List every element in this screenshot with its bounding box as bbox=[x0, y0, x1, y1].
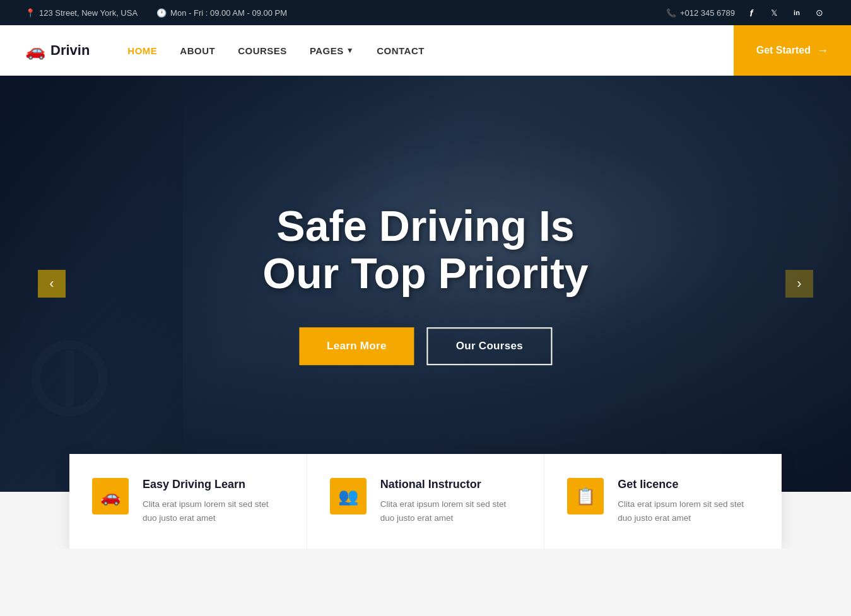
feature-icon-2: 📋 bbox=[567, 478, 604, 514]
instagram-icon[interactable]: ⊙ bbox=[813, 6, 826, 19]
phone-icon: 📞 bbox=[666, 8, 676, 18]
hero-section: ‹ Safe Driving Is Our Top Priority Learn… bbox=[0, 76, 851, 492]
top-bar-right: 📞 +012 345 6789 f 𝕏 in ⊙ bbox=[666, 6, 826, 19]
address-text: 123 Street, New York, USA bbox=[39, 8, 138, 18]
feature-title-1: National Instructor bbox=[380, 478, 522, 491]
get-started-button[interactable]: Get Started → bbox=[734, 25, 851, 76]
logo-text: Drivin bbox=[50, 42, 90, 59]
chevron-left-icon: ‹ bbox=[49, 276, 54, 292]
feature-icon-0: 🚗 bbox=[92, 478, 129, 514]
feature-desc-0: Clita erat ipsum lorem sit sed stet duo … bbox=[143, 497, 284, 525]
feature-title-2: Get licence bbox=[618, 478, 759, 491]
hero-title-line2: Our Top Priority bbox=[262, 249, 588, 297]
nav-pages[interactable]: PAGES ▼ bbox=[310, 45, 354, 56]
learn-more-button[interactable]: Learn More bbox=[299, 327, 414, 365]
feature-text-0: Easy Driving Learn Clita erat ipsum lore… bbox=[143, 478, 284, 525]
features-section: 🚗 Easy Driving Learn Clita erat ipsum lo… bbox=[69, 454, 782, 549]
hero-title: Safe Driving Is Our Top Priority bbox=[85, 202, 766, 297]
location-icon: 📍 bbox=[25, 8, 35, 18]
navbar: 🚗 Drivin HOME ABOUT COURSES PAGES ▼ CONT… bbox=[0, 25, 851, 76]
chevron-down-icon: ▼ bbox=[346, 46, 354, 55]
get-started-label: Get Started bbox=[756, 45, 811, 56]
hero-buttons: Learn More Our Courses bbox=[85, 327, 766, 365]
chevron-right-icon: › bbox=[797, 276, 801, 292]
nav-links: HOME ABOUT COURSES PAGES ▼ CONTACT bbox=[127, 45, 733, 56]
top-bar-left: 📍 123 Street, New York, USA 🕐 Mon - Fri … bbox=[25, 8, 287, 18]
top-bar: 📍 123 Street, New York, USA 🕐 Mon - Fri … bbox=[0, 0, 851, 25]
feature-text-2: Get licence Clita erat ipsum lorem sit s… bbox=[618, 478, 759, 525]
nav-contact[interactable]: CONTACT bbox=[377, 45, 425, 56]
our-courses-button[interactable]: Our Courses bbox=[427, 327, 552, 365]
clock-icon: 🕐 bbox=[156, 8, 167, 18]
logo[interactable]: 🚗 Drivin bbox=[25, 41, 90, 61]
nav-about[interactable]: ABOUT bbox=[180, 45, 215, 56]
hours-text: Mon - Fri : 09.00 AM - 09.00 PM bbox=[170, 8, 287, 18]
twitter-icon[interactable]: 𝕏 bbox=[768, 6, 780, 19]
hours-item: 🕐 Mon - Fri : 09.00 AM - 09.00 PM bbox=[156, 8, 287, 18]
feature-icon-1: 👥 bbox=[330, 478, 367, 514]
feature-card-2: 📋 Get licence Clita erat ipsum lorem sit… bbox=[544, 454, 782, 549]
feature-card-0: 🚗 Easy Driving Learn Clita erat ipsum lo… bbox=[69, 454, 307, 549]
address-item: 📍 123 Street, New York, USA bbox=[25, 8, 138, 18]
facebook-icon[interactable]: f bbox=[745, 6, 758, 19]
arrow-right-icon: → bbox=[817, 44, 828, 57]
feature-card-1: 👥 National Instructor Clita erat ipsum l… bbox=[307, 454, 545, 549]
hero-content: Safe Driving Is Our Top Priority Learn M… bbox=[85, 202, 766, 365]
phone-item: 📞 +012 345 6789 bbox=[666, 8, 735, 18]
feature-title-0: Easy Driving Learn bbox=[143, 478, 284, 491]
feature-text-1: National Instructor Clita erat ipsum lor… bbox=[380, 478, 522, 525]
feature-desc-2: Clita erat ipsum lorem sit sed stet duo … bbox=[618, 497, 759, 525]
hero-title-line1: Safe Driving Is bbox=[276, 202, 574, 250]
nav-pages-label: PAGES bbox=[310, 45, 344, 56]
feature-desc-1: Clita erat ipsum lorem sit sed stet duo … bbox=[380, 497, 522, 525]
nav-courses[interactable]: COURSES bbox=[238, 45, 287, 56]
logo-car-icon: 🚗 bbox=[25, 41, 45, 61]
nav-home[interactable]: HOME bbox=[127, 45, 157, 56]
phone-text: +012 345 6789 bbox=[680, 8, 735, 18]
slider-prev-button[interactable]: ‹ bbox=[38, 270, 66, 298]
slider-next-button[interactable]: › bbox=[785, 270, 813, 298]
linkedin-icon[interactable]: in bbox=[790, 6, 803, 19]
